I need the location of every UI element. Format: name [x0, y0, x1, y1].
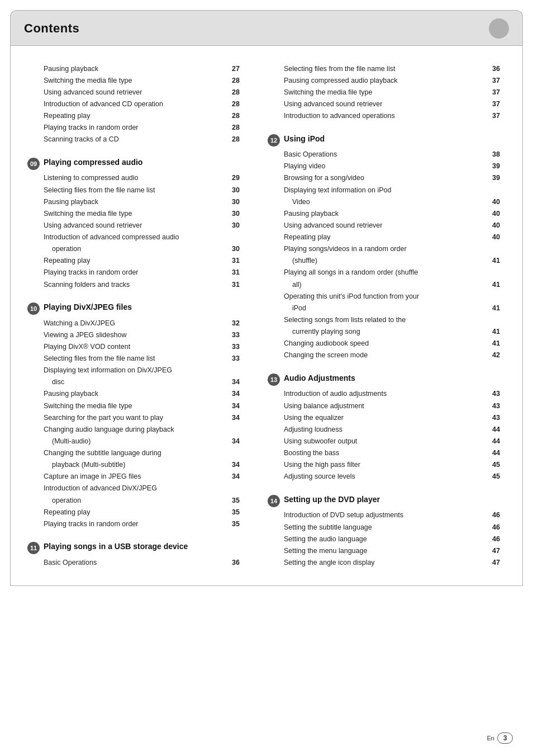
- toc-entry: Using the equalizer43: [268, 412, 506, 423]
- toc-section: 09Playing compressed audioListening to c…: [27, 158, 245, 290]
- section-title: Playing songs in a USB storage device: [44, 542, 188, 551]
- entry-text: Using balance adjustment: [284, 401, 489, 411]
- entry-text: Selecting files from the file name list: [284, 64, 489, 74]
- section-title: Playing DivX/JPEG files: [44, 303, 132, 311]
- toc-entry: Switching the media file type34: [27, 400, 245, 412]
- entry-num: 40: [492, 197, 506, 207]
- entry-num: 34: [232, 413, 245, 423]
- entry-num: 34: [232, 401, 245, 411]
- entry-text: Using the high pass filter: [284, 460, 489, 470]
- entry-text: Repeating play: [44, 111, 229, 121]
- left-top-entries: Pausing playback27Switching the media fi…: [27, 63, 245, 145]
- toc-entry: Using advanced sound retriever28: [27, 86, 245, 98]
- entry-text: Pausing playback: [44, 389, 229, 399]
- entry-text: Basic Operations: [284, 149, 489, 159]
- entry-text: Using advanced sound retriever: [44, 220, 229, 230]
- toc-entry: Changing audio language during playback: [27, 423, 245, 435]
- toc-entry: Using the high pass filter45: [268, 459, 506, 471]
- entry-text: (Multi-audio): [52, 436, 229, 446]
- entry-num: 41: [492, 303, 506, 313]
- entry-num: 36: [232, 557, 245, 568]
- toc-entry: Changing audiobook speed41: [268, 338, 506, 349]
- right-sections: 12Using iPodBasic Operations38Playing vi…: [268, 134, 506, 569]
- entry-text: Changing audiobook speed: [284, 338, 489, 348]
- entry-text: operation: [52, 495, 229, 505]
- entry-num: 34: [232, 436, 245, 446]
- entry-num: 33: [232, 330, 245, 340]
- toc-entry: Adjusting loudness44: [268, 423, 506, 435]
- left-column: Pausing playback27Switching the media fi…: [27, 63, 262, 569]
- footer-lang: En: [487, 735, 494, 741]
- entry-text: Pausing playback: [44, 64, 229, 74]
- toc-entry: Boosting the bass44: [268, 447, 506, 459]
- entry-num: 35: [232, 519, 245, 529]
- toc-entry: Viewing a JPEG slideshow33: [27, 329, 245, 341]
- section-number: 12: [268, 134, 280, 147]
- entry-text: Setting the menu language: [284, 546, 489, 556]
- entry-num: 37: [492, 87, 506, 97]
- entry-num: 34: [232, 471, 245, 481]
- entry-text: Repeating play: [284, 232, 489, 242]
- toc-entry: Listening to compressed audio29: [27, 172, 245, 184]
- entry-num: 30: [232, 185, 245, 195]
- entry-text: Using advanced sound retriever: [44, 87, 229, 97]
- toc-entry: Using subwoofer output44: [268, 435, 506, 447]
- entry-num: 28: [232, 75, 245, 86]
- entry-text: Repeating play: [44, 507, 229, 517]
- entry-num: 31: [232, 256, 245, 266]
- toc-entry: Basic Operations38: [268, 149, 506, 160]
- entry-text: Switching the media file type: [44, 75, 229, 86]
- toc-entry: Changing the screen mode42: [268, 349, 506, 361]
- section-number: 14: [268, 495, 280, 507]
- entry-text: Playing tracks in random order: [44, 122, 229, 133]
- toc-entry: Playing all songs in a random order (shu…: [268, 267, 506, 278]
- entry-text: Introduction of DVD setup adjustments: [284, 510, 489, 520]
- toc-entry: Changing the subtitle language during: [27, 447, 245, 459]
- toc-section: 11Playing songs in a USB storage deviceB…: [27, 542, 245, 568]
- toc-entry: iPod41: [268, 302, 506, 314]
- entry-text: Repeating play: [44, 256, 229, 266]
- entry-text: iPod: [292, 303, 489, 313]
- entry-num: 28: [232, 99, 245, 109]
- section-number: 10: [27, 303, 40, 315]
- toc-entry: (Multi-audio)34: [27, 435, 245, 447]
- toc-section: 13Audio AdjustmentsIntroduction of audio…: [268, 374, 506, 483]
- entry-num: 34: [232, 389, 245, 399]
- toc-entry: Displaying text information on iPod: [268, 184, 506, 196]
- toc-entry: (shuffle)41: [268, 255, 506, 267]
- toc-entry: Playing tracks in random order28: [27, 122, 245, 134]
- entry-text: Selecting songs from lists related to th…: [284, 315, 506, 325]
- toc-entry: Playing DivX® VOD content33: [27, 341, 245, 352]
- entry-text: Selecting files from the file name list: [44, 353, 229, 363]
- entry-num: 28: [232, 111, 245, 121]
- entry-text: Introduction of audio adjustments: [284, 389, 489, 399]
- entry-text: operation: [52, 244, 229, 254]
- entry-text: Using advanced sound retriever: [284, 220, 489, 230]
- entry-num: 40: [492, 209, 506, 219]
- toc-entry: Scanning folders and tracks31: [27, 278, 245, 290]
- toc-entry: Introduction to advanced operations37: [268, 110, 506, 122]
- toc-entry: Displaying text information on DivX/JPEG: [27, 365, 245, 376]
- entry-num: 41: [492, 338, 506, 348]
- entry-text: Introduction of advanced compressed audi…: [44, 232, 245, 242]
- toc-entry: Playing tracks in random order31: [27, 267, 245, 278]
- toc-section: 14Setting up the DVD playerIntroduction …: [268, 495, 506, 569]
- entry-text: currently playing song: [292, 327, 489, 337]
- entry-num: 35: [232, 495, 245, 505]
- entry-text: Playing tracks in random order: [44, 519, 229, 529]
- toc-entry: Pausing compressed audio playback37: [268, 74, 506, 86]
- section-title: Audio Adjustments: [284, 374, 355, 382]
- entry-num: 32: [232, 318, 245, 328]
- toc-entry: Introduction of advanced compressed audi…: [27, 231, 245, 243]
- entry-text: Playing tracks in random order: [44, 267, 229, 277]
- toc-entry: Playing songs/videos in a random order: [268, 243, 506, 255]
- entry-text: Setting the audio language: [284, 534, 489, 544]
- entry-text: Playing video: [284, 161, 489, 171]
- page-header: Contents: [10, 10, 523, 45]
- entry-num: 47: [492, 557, 506, 568]
- entry-text: Operating this unit's iPod function from…: [284, 291, 506, 301]
- entry-num: 31: [232, 280, 245, 290]
- section-title: Using iPod: [284, 134, 325, 143]
- toc-entry: Selecting songs from lists related to th…: [268, 314, 506, 325]
- entry-text: Pausing compressed audio playback: [284, 75, 489, 86]
